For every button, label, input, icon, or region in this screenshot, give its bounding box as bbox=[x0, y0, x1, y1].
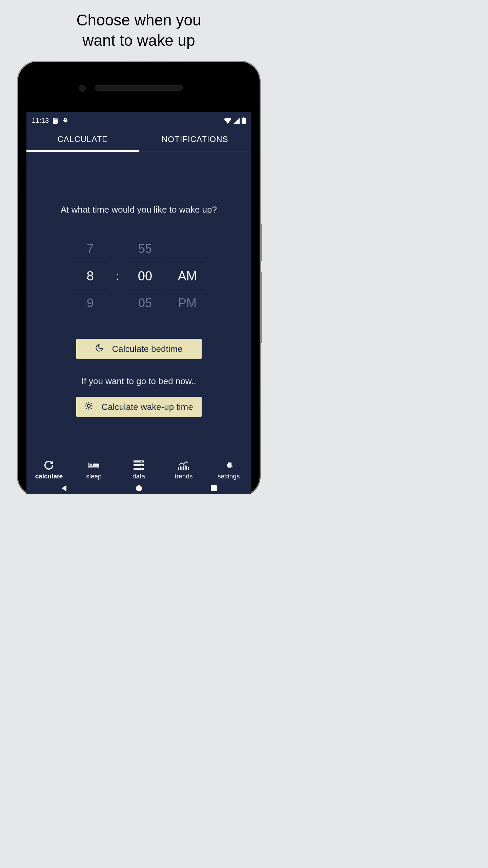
main-content: At what time would you like to wake up? … bbox=[26, 152, 251, 417]
period-picker[interactable]: AM PM bbox=[169, 235, 205, 317]
period-next[interactable]: PM bbox=[169, 290, 205, 317]
phone-power-button bbox=[260, 224, 262, 261]
hour-picker[interactable]: 7 8 9 bbox=[73, 235, 108, 317]
refresh-icon bbox=[43, 460, 54, 471]
minute-selected[interactable]: 00 bbox=[127, 262, 163, 290]
nav-calculate-label: calculate bbox=[35, 473, 63, 480]
svg-rect-34 bbox=[211, 485, 217, 491]
phone-camera bbox=[79, 85, 86, 92]
svg-point-7 bbox=[87, 404, 90, 407]
data-icon bbox=[133, 460, 144, 471]
alt-text: If you want to go to bed now.. bbox=[37, 376, 241, 387]
svg-line-14 bbox=[86, 408, 87, 409]
minute-next[interactable]: 05 bbox=[127, 290, 163, 317]
svg-rect-18 bbox=[88, 467, 99, 468]
svg-rect-27 bbox=[180, 466, 181, 470]
moon-icon bbox=[95, 343, 104, 355]
bed-icon bbox=[88, 460, 99, 471]
nav-trends-label: trends bbox=[175, 473, 193, 480]
nav-trends[interactable]: trends bbox=[161, 458, 206, 482]
minute-picker[interactable]: 55 00 05 bbox=[127, 235, 163, 317]
top-tabs: CALCULATE NOTIFICATIONS bbox=[26, 127, 251, 152]
svg-rect-25 bbox=[141, 469, 142, 469]
page-title-line1: Choose when you bbox=[76, 11, 201, 29]
page-title-line2: want to wake up bbox=[82, 32, 195, 49]
svg-rect-2 bbox=[56, 118, 57, 120]
phone-speaker bbox=[95, 85, 183, 91]
svg-point-17 bbox=[90, 463, 92, 466]
nav-data[interactable]: data bbox=[116, 458, 161, 482]
phone-volume-button bbox=[260, 272, 262, 343]
hour-prev[interactable]: 7 bbox=[73, 235, 108, 262]
svg-rect-21 bbox=[134, 464, 144, 466]
svg-rect-31 bbox=[186, 466, 187, 470]
gear-icon bbox=[223, 460, 234, 471]
battery-icon bbox=[242, 117, 246, 124]
svg-rect-22 bbox=[134, 468, 144, 470]
period-selected[interactable]: AM bbox=[169, 262, 205, 290]
phone-frame: 11:13 CALCULATE bbox=[18, 62, 260, 494]
page-title: Choose when you want to wake up bbox=[0, 10, 278, 51]
svg-rect-30 bbox=[185, 465, 186, 470]
nav-data-label: data bbox=[133, 473, 145, 480]
svg-rect-28 bbox=[181, 467, 182, 470]
svg-rect-19 bbox=[98, 467, 99, 468]
svg-rect-1 bbox=[55, 118, 56, 120]
svg-rect-0 bbox=[54, 118, 55, 120]
android-home-icon[interactable] bbox=[135, 485, 143, 493]
wifi-icon bbox=[224, 118, 231, 124]
nav-settings-label: settings bbox=[218, 473, 240, 480]
time-picker[interactable]: 7 8 9 : 55 00 05 AM PM bbox=[37, 235, 241, 317]
android-back-icon[interactable] bbox=[60, 485, 68, 493]
status-bar-left: 11:13 bbox=[32, 117, 68, 124]
calculate-bedtime-label: Calculate bedtime bbox=[112, 344, 182, 354]
android-nav-bar bbox=[26, 482, 251, 494]
svg-rect-23 bbox=[141, 461, 142, 462]
svg-line-10 bbox=[86, 403, 87, 403]
signal-icon bbox=[233, 118, 240, 124]
svg-point-3 bbox=[64, 118, 66, 120]
time-separator: : bbox=[115, 262, 121, 290]
svg-rect-24 bbox=[141, 465, 142, 466]
svg-rect-5 bbox=[242, 118, 246, 124]
nav-settings[interactable]: settings bbox=[206, 458, 251, 482]
tab-notifications[interactable]: NOTIFICATIONS bbox=[139, 127, 251, 152]
status-bar-right bbox=[224, 117, 246, 124]
nav-calculate[interactable]: calculate bbox=[26, 458, 72, 482]
wake-up-question: At what time would you like to wake up? bbox=[37, 204, 241, 215]
sd-card-icon bbox=[53, 118, 58, 124]
hour-selected[interactable]: 8 bbox=[73, 262, 108, 290]
calculate-bedtime-button[interactable]: Calculate bedtime bbox=[76, 339, 202, 359]
status-time: 11:13 bbox=[32, 117, 49, 124]
nav-sleep[interactable]: sleep bbox=[72, 458, 117, 482]
svg-point-33 bbox=[136, 485, 142, 491]
svg-rect-20 bbox=[134, 460, 144, 462]
hour-next[interactable]: 9 bbox=[73, 290, 108, 317]
svg-line-11 bbox=[91, 408, 92, 409]
svg-rect-26 bbox=[178, 468, 179, 470]
svg-rect-32 bbox=[188, 467, 189, 470]
nav-sleep-label: sleep bbox=[86, 473, 101, 480]
status-app-icon bbox=[62, 118, 68, 124]
period-prev[interactable] bbox=[169, 235, 205, 262]
trends-icon bbox=[178, 460, 189, 471]
svg-line-15 bbox=[91, 403, 92, 403]
tab-calculate[interactable]: CALCULATE bbox=[26, 127, 139, 152]
bottom-nav: calculate sleep data trends bbox=[26, 455, 251, 482]
svg-rect-29 bbox=[183, 466, 184, 470]
minute-prev[interactable]: 55 bbox=[127, 235, 163, 262]
status-bar: 11:13 bbox=[26, 112, 251, 127]
calculate-wakeup-button[interactable]: Calculate wake-up time bbox=[76, 397, 202, 417]
calculate-wakeup-label: Calculate wake-up time bbox=[101, 402, 193, 412]
app-screen: 11:13 CALCULATE bbox=[26, 112, 251, 494]
svg-rect-6 bbox=[243, 117, 244, 118]
sun-icon bbox=[84, 401, 93, 413]
android-recent-icon[interactable] bbox=[210, 485, 217, 493]
